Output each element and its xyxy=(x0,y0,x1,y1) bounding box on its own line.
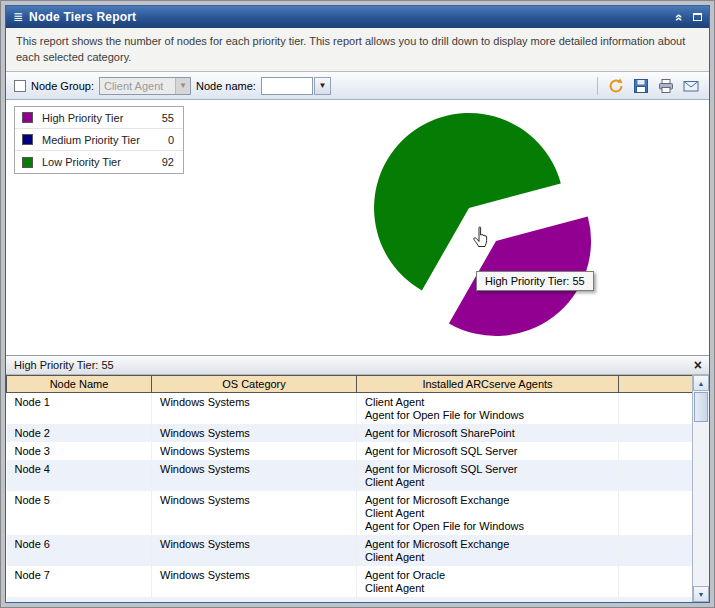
chart-tooltip: High Priority Tier: 55 xyxy=(476,271,594,291)
node-group-select[interactable]: Client Agent ▼ xyxy=(99,77,191,95)
node-name-cell: Node 6 xyxy=(7,535,152,566)
agents-cell: Client AgentAgent for Open File for Wind… xyxy=(357,393,619,425)
agents-cell: Agent for Microsoft SharePoint xyxy=(357,424,619,442)
agents-cell: Agent for Oracle xyxy=(357,597,619,602)
legend-swatch xyxy=(22,134,33,145)
empty-cell xyxy=(619,535,694,566)
chart-legend: High Priority Tier55Medium Priority Tier… xyxy=(14,106,184,174)
legend-label: Low Priority Tier xyxy=(42,156,162,168)
table-row[interactable]: Node 8Windows SystemsAgent for Oracle xyxy=(7,597,694,602)
legend-item[interactable]: Low Priority Tier92 xyxy=(15,151,183,173)
legend-item[interactable]: High Priority Tier55 xyxy=(15,107,183,129)
node-group-label: Node Group: xyxy=(31,80,94,92)
agent-line: Agent for Oracle xyxy=(365,569,612,582)
agent-line: Client Agent xyxy=(365,396,612,409)
agent-line: Agent for Microsoft SQL Server xyxy=(365,463,612,476)
close-icon[interactable]: × xyxy=(694,358,702,372)
scroll-up-icon[interactable]: ▲ xyxy=(693,375,709,391)
legend-value: 0 xyxy=(168,134,174,146)
report-icon: ≣ xyxy=(13,10,23,24)
node-name-cell: Node 3 xyxy=(7,442,152,460)
col-installed-agents[interactable]: Installed ARCserve Agents xyxy=(357,376,619,393)
empty-cell xyxy=(619,566,694,597)
table-row[interactable]: Node 7Windows SystemsAgent for OracleCli… xyxy=(7,566,694,597)
collapse-icon[interactable]: « xyxy=(672,13,687,20)
legend-value: 92 xyxy=(162,156,174,168)
pie-chart[interactable] xyxy=(329,106,609,348)
empty-cell xyxy=(619,442,694,460)
legend-swatch xyxy=(22,157,33,168)
agent-line: Agent for Microsoft SharePoint xyxy=(365,427,612,440)
legend-label: Medium Priority Tier xyxy=(42,134,168,146)
table-row[interactable]: Node 6Windows SystemsAgent for Microsoft… xyxy=(7,535,694,566)
agent-line: Agent for Microsoft Exchange xyxy=(365,494,612,507)
scroll-down-icon[interactable]: ▼ xyxy=(693,586,709,602)
os-category-cell: Windows Systems xyxy=(152,460,357,491)
node-name-cell: Node 5 xyxy=(7,491,152,535)
empty-cell xyxy=(619,393,694,425)
report-description: This report shows the number of nodes fo… xyxy=(6,28,709,72)
os-category-cell: Windows Systems xyxy=(152,491,357,535)
agents-cell: Agent for Microsoft ExchangeClient Agent xyxy=(357,535,619,566)
os-category-cell: Windows Systems xyxy=(152,566,357,597)
table-row[interactable]: Node 1Windows SystemsClient AgentAgent f… xyxy=(7,393,694,425)
table-row[interactable]: Node 4Windows SystemsAgent for Microsoft… xyxy=(7,460,694,491)
agents-cell: Agent for OracleClient Agent xyxy=(357,566,619,597)
agent-line: Client Agent xyxy=(365,582,612,595)
table-row[interactable]: Node 2Windows SystemsAgent for Microsoft… xyxy=(7,424,694,442)
table-scrollbar[interactable]: ▲ ▼ xyxy=(692,375,709,602)
node-group-value: Client Agent xyxy=(104,80,163,92)
agent-line: Agent for Open File for Windows xyxy=(365,409,612,422)
os-category-cell: Windows Systems xyxy=(152,597,357,602)
chevron-down-icon: ▼ xyxy=(175,78,190,94)
legend-value: 55 xyxy=(162,112,174,124)
agents-cell: Agent for Microsoft ExchangeClient Agent… xyxy=(357,491,619,535)
detail-header: High Priority Tier: 55 × xyxy=(6,355,709,375)
empty-cell xyxy=(619,460,694,491)
os-category-cell: Windows Systems xyxy=(152,442,357,460)
detail-table: Node Name OS Category Installed ARCserve… xyxy=(6,375,709,602)
window-title: Node Tiers Report xyxy=(29,10,676,24)
node-group-checkbox[interactable] xyxy=(14,80,26,92)
detail-table-body: Node 1Windows SystemsClient AgentAgent f… xyxy=(7,393,694,603)
save-icon[interactable] xyxy=(631,76,651,96)
nodes-table: Node Name OS Category Installed ARCserve… xyxy=(6,375,694,602)
agent-line: Agent for Oracle xyxy=(365,600,612,602)
table-header-row: Node Name OS Category Installed ARCserve… xyxy=(7,376,694,393)
agent-line: Client Agent xyxy=(365,551,612,564)
node-name-cell: Node 7 xyxy=(7,566,152,597)
os-category-cell: Windows Systems xyxy=(152,424,357,442)
table-row[interactable]: Node 5Windows SystemsAgent for Microsoft… xyxy=(7,491,694,535)
detail-title: High Priority Tier: 55 xyxy=(14,359,694,371)
toolbar-divider xyxy=(597,77,598,95)
window-inner: ≣ Node Tiers Report « This report shows … xyxy=(5,5,710,603)
agent-line: Client Agent xyxy=(365,476,612,489)
node-name-cell: Node 1 xyxy=(7,393,152,425)
filter-toolbar: Node Group: Client Agent ▼ Node name: ▼ xyxy=(6,72,709,100)
node-name-label: Node name: xyxy=(196,80,256,92)
detail-panel: High Priority Tier: 55 × Node Name OS Ca… xyxy=(6,355,709,602)
legend-label: High Priority Tier xyxy=(42,112,162,124)
os-category-cell: Windows Systems xyxy=(152,393,357,425)
legend-item[interactable]: Medium Priority Tier0 xyxy=(15,129,183,151)
col-node-name[interactable]: Node Name xyxy=(7,376,152,393)
empty-cell xyxy=(619,597,694,602)
agent-line: Agent for Microsoft Exchange xyxy=(365,538,612,551)
node-name-cell: Node 4 xyxy=(7,460,152,491)
col-os-category[interactable]: OS Category xyxy=(152,376,357,393)
chart-panel: High Priority Tier55Medium Priority Tier… xyxy=(6,100,709,355)
email-icon[interactable] xyxy=(681,76,701,96)
table-row[interactable]: Node 3Windows SystemsAgent for Microsoft… xyxy=(7,442,694,460)
print-icon[interactable] xyxy=(656,76,676,96)
scrollbar-thumb[interactable] xyxy=(694,392,708,422)
refresh-icon[interactable] xyxy=(606,76,626,96)
node-name-dropdown-button[interactable]: ▼ xyxy=(314,77,331,95)
agent-line: Client Agent xyxy=(365,507,612,520)
node-name-input[interactable] xyxy=(261,77,313,95)
col-empty xyxy=(619,376,694,393)
maximize-icon[interactable] xyxy=(693,13,702,21)
agent-line: Agent for Microsoft SQL Server xyxy=(365,445,612,458)
legend-swatch xyxy=(22,112,33,123)
titlebar[interactable]: ≣ Node Tiers Report « xyxy=(6,6,709,28)
empty-cell xyxy=(619,491,694,535)
